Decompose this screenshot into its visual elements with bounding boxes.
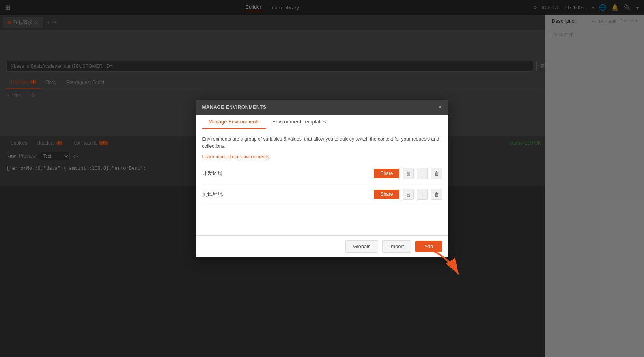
modal-tab-manage[interactable]: Manage Environments (202, 115, 266, 129)
modal-tabs: Manage Environments Environment Template… (196, 115, 448, 129)
download-icon: ↓ (421, 192, 424, 197)
copy-test-button[interactable]: ⎘ (403, 189, 414, 200)
env-row-test: 测试环境 Share ⎘ ↓ 🗑 (202, 189, 442, 205)
delete-dev-button[interactable]: 🗑 (431, 168, 442, 179)
modal-body: Environments are a group of variables & … (196, 129, 448, 235)
modal-description: Environments are a group of variables & … (202, 136, 442, 150)
copy-icon: ⎘ (407, 192, 410, 197)
share-test-button[interactable]: Share (374, 190, 399, 199)
download-dev-button[interactable]: ↓ (417, 168, 428, 179)
copy-icon: ⎘ (407, 171, 410, 177)
import-button[interactable]: Import (382, 240, 412, 253)
copy-dev-button[interactable]: ⎘ (403, 168, 414, 179)
environment-list: 开发环境 Share ⎘ ↓ 🗑 测试环境 Share (202, 168, 442, 205)
globals-button[interactable]: Globals (345, 240, 378, 253)
download-test-button[interactable]: ↓ (417, 189, 428, 200)
share-dev-button[interactable]: Share (374, 169, 399, 178)
env-name-dev: 开发环境 (202, 170, 371, 177)
modal-header: MANAGE ENVIRONMENTS × (196, 100, 448, 115)
modal-footer: Globals Import Add (196, 235, 448, 257)
manage-environments-modal: MANAGE ENVIRONMENTS × Manage Environment… (196, 100, 448, 257)
modal-backdrop: MANAGE ENVIRONMENTS × Manage Environment… (0, 0, 644, 357)
env-name-test: 测试环境 (202, 191, 371, 198)
learn-more-link[interactable]: Learn more about environments (202, 154, 269, 160)
modal-title: MANAGE ENVIRONMENTS (202, 104, 267, 110)
delete-icon: 🗑 (434, 192, 439, 197)
delete-test-button[interactable]: 🗑 (431, 189, 442, 200)
modal-close-button[interactable]: × (438, 104, 442, 111)
delete-icon: 🗑 (434, 171, 439, 177)
download-icon: ↓ (421, 171, 424, 177)
modal-tab-templates[interactable]: Environment Templates (266, 115, 332, 129)
add-button[interactable]: Add (415, 241, 442, 252)
env-row-dev: 开发环境 Share ⎘ ↓ 🗑 (202, 168, 442, 184)
